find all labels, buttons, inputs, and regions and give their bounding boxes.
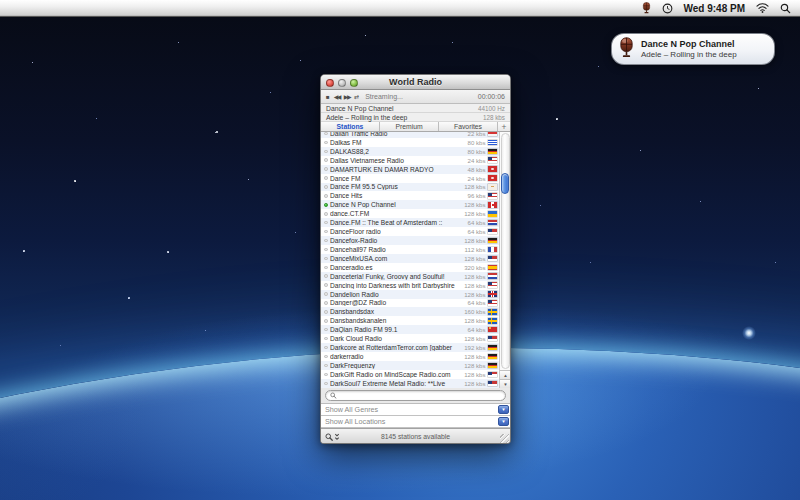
station-bullet-icon bbox=[324, 150, 328, 154]
station-bitrate: 128 kbs bbox=[464, 291, 485, 298]
station-row[interactable]: Dallas Vietnamese Radio24 kbs bbox=[321, 156, 499, 165]
scrollbar-track[interactable] bbox=[501, 133, 510, 369]
station-row[interactable]: DAMARTURK EN DAMAR RADYO48 kbs bbox=[321, 165, 499, 174]
station-row[interactable]: Dance FM24 kbs bbox=[321, 174, 499, 183]
station-row[interactable]: DarkFrequenzy128 kbs bbox=[321, 361, 499, 370]
flag-icon-us bbox=[488, 157, 497, 163]
now-playing-track: Adele – Rolling in the deep bbox=[326, 114, 407, 121]
station-row[interactable]: Dalkas FM80 kbs bbox=[321, 138, 499, 147]
station-row[interactable]: Dance FM 95.5 Cyprus128 kbs bbox=[321, 183, 499, 192]
next-station-icon[interactable]: ▶▶ bbox=[344, 94, 350, 100]
station-row[interactable]: Dance.FM :: The Beat of Amsterdam ::64 k… bbox=[321, 218, 499, 227]
stream-timer: 00:00:06 bbox=[478, 93, 505, 100]
station-bullet-icon bbox=[324, 221, 328, 225]
notification-subtitle: Adele – Rolling in the deep bbox=[641, 50, 737, 60]
station-bitrate: 128 kbs bbox=[464, 282, 485, 289]
resize-grip[interactable] bbox=[500, 434, 509, 443]
wifi-menu-icon[interactable] bbox=[756, 3, 769, 13]
station-name: DarkGift Radio on MindScape Radio.com bbox=[330, 371, 462, 378]
search-options-button[interactable] bbox=[325, 433, 340, 441]
previous-station-icon[interactable]: ◀◀ bbox=[334, 94, 340, 100]
tab-stations[interactable]: Stations bbox=[321, 122, 380, 131]
scroll-up-button[interactable]: ▲ bbox=[500, 370, 510, 379]
station-bitrate: 24 kbs bbox=[468, 175, 486, 182]
genre-dropdown-button[interactable]: ▼ bbox=[498, 405, 509, 414]
station-bitrate: 64 kbs bbox=[468, 299, 486, 306]
station-name: Dalkas FM bbox=[330, 139, 465, 146]
station-row[interactable]: Dance N Pop Channel128 kbs bbox=[321, 200, 499, 209]
station-row[interactable]: Danceradio.es320 kbs bbox=[321, 263, 499, 272]
now-playing-track-row: Adele – Rolling in the deep 128 kbs bbox=[321, 113, 510, 122]
station-row[interactable]: DALKAS88,280 kbs bbox=[321, 147, 499, 156]
spotlight-search-icon[interactable] bbox=[780, 3, 791, 14]
station-row[interactable]: DarkGift Radio on MindScape Radio.com128… bbox=[321, 370, 499, 379]
station-row[interactable]: Dancing into Darkness with brit Darbyshi… bbox=[321, 281, 499, 290]
station-bullet-icon bbox=[324, 212, 328, 216]
station-row[interactable]: Danceteria! Funky, Groovy and Soulful!12… bbox=[321, 272, 499, 281]
clock-menu-icon[interactable] bbox=[662, 3, 673, 14]
close-button[interactable] bbox=[326, 79, 334, 87]
flag-icon-nl bbox=[488, 273, 497, 279]
station-name: Dansbandskanalen bbox=[330, 317, 462, 324]
station-row[interactable]: DaQian Radio FM 99.164 kbs bbox=[321, 325, 499, 334]
location-filter[interactable]: Show All Locations ▼ bbox=[321, 416, 510, 428]
station-name: Dance N Pop Channel bbox=[330, 201, 462, 208]
tab-favorites[interactable]: Favorites bbox=[439, 122, 498, 131]
radio-microphone-icon bbox=[618, 37, 635, 62]
station-row[interactable]: Dancefox-Radio128 kbs bbox=[321, 236, 499, 245]
station-row[interactable]: Danger@DZ Radio64 kbs bbox=[321, 299, 499, 308]
scrollbar[interactable]: ▲ ▼ bbox=[499, 132, 510, 388]
station-bullet-icon bbox=[324, 355, 328, 359]
shuffle-icon[interactable]: ⇄ bbox=[354, 94, 359, 100]
bright-star bbox=[742, 326, 756, 340]
radio-app-menu-icon[interactable] bbox=[642, 2, 651, 14]
sample-rate: 44100 Hz bbox=[478, 105, 505, 112]
flag-icon-de bbox=[488, 345, 497, 351]
station-row[interactable]: DanceFloor radio64 kbs bbox=[321, 227, 499, 236]
menu-clock-time[interactable]: Wed 9:48 PM bbox=[684, 3, 746, 14]
search-field[interactable] bbox=[325, 390, 506, 401]
station-name: Dancing into Darkness with brit Darbyshi… bbox=[330, 282, 462, 289]
station-row[interactable]: DanceMixUSA.com128 kbs bbox=[321, 254, 499, 263]
status-bar: 8145 stations available bbox=[321, 428, 510, 444]
add-station-button[interactable]: + bbox=[498, 122, 510, 131]
flag-icon-tr bbox=[488, 175, 497, 181]
station-row[interactable]: darkerradio128 kbs bbox=[321, 352, 499, 361]
station-bullet-icon bbox=[324, 337, 328, 341]
station-name: Danceteria! Funky, Groovy and Soulful! bbox=[330, 273, 462, 280]
station-row[interactable]: Darkcore at RotterdamTerror.com [gabber1… bbox=[321, 343, 499, 352]
flag-icon-de bbox=[488, 354, 497, 360]
stations-available-count: 8145 stations available bbox=[321, 433, 510, 440]
station-row[interactable]: Dansbandskanalen128 kbs bbox=[321, 316, 499, 325]
world-radio-window: World Radio ■ ◀◀ ▶▶ ⇄ Streaming... 00:00… bbox=[320, 74, 511, 444]
station-bitrate: 112 kbs bbox=[465, 246, 486, 253]
station-name: Dark Cloud Radio bbox=[330, 335, 462, 342]
station-name: Danger@DZ Radio bbox=[330, 299, 465, 306]
zoom-button[interactable] bbox=[350, 79, 358, 87]
flag-icon-us bbox=[488, 336, 497, 342]
scrollbar-thumb[interactable] bbox=[501, 173, 509, 194]
station-search-input[interactable] bbox=[340, 392, 501, 399]
station-name: Danceradio.es bbox=[330, 264, 462, 271]
station-row[interactable]: Dancehall97 Radio112 kbs bbox=[321, 245, 499, 254]
search-icon bbox=[325, 433, 333, 441]
station-row[interactable]: DarkSoul7 Extreme Metal Radio: **Live128… bbox=[321, 379, 499, 388]
station-row[interactable]: Dansbandsdax160 kbs bbox=[321, 307, 499, 316]
now-playing-notification[interactable]: Dance N Pop Channel Adele – Rolling in t… bbox=[611, 33, 775, 65]
location-dropdown-button[interactable]: ▼ bbox=[498, 417, 509, 426]
station-row[interactable]: Dark Cloud Radio128 kbs bbox=[321, 334, 499, 343]
genre-filter[interactable]: Show All Genres ▼ bbox=[321, 404, 510, 416]
now-playing-bitrate: 128 kbs bbox=[483, 114, 505, 121]
station-bitrate: 128 kbs bbox=[464, 362, 485, 369]
station-row[interactable]: dance.CT.FM128 kbs bbox=[321, 209, 499, 218]
station-bullet-icon bbox=[324, 230, 328, 234]
window-title-bar[interactable]: World Radio bbox=[321, 75, 510, 90]
station-row[interactable]: Dance Hits96 kbs bbox=[321, 191, 499, 200]
stop-icon[interactable]: ■ bbox=[326, 94, 330, 100]
station-row[interactable]: Dandelion Radio128 kbs bbox=[321, 290, 499, 299]
scroll-down-button[interactable]: ▼ bbox=[500, 379, 510, 388]
minimize-button[interactable] bbox=[338, 79, 346, 87]
station-name: dance.CT.FM bbox=[330, 210, 462, 217]
flag-icon-us bbox=[488, 193, 497, 199]
tab-premium[interactable]: Premium bbox=[380, 122, 439, 131]
